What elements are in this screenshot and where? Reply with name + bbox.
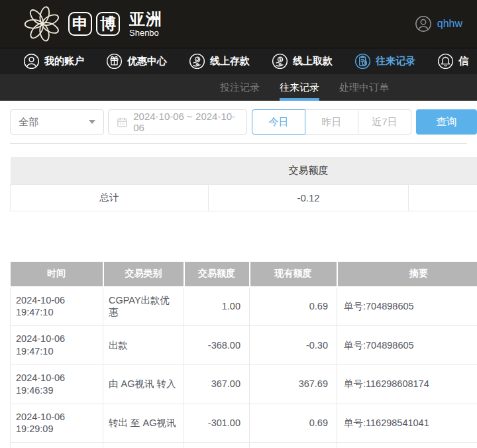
nav-label: 我的账户 — [44, 55, 84, 68]
summary-header-empty2 — [409, 157, 477, 184]
time-cell: 2024-10-06 19:47:10 — [11, 287, 103, 326]
svg-text:$: $ — [279, 57, 282, 62]
logo-region-text: 亚洲 — [129, 11, 162, 27]
nav-label: 信 — [458, 55, 468, 68]
user-avatar-icon — [415, 15, 432, 32]
summary-total-label: 总计 — [11, 184, 209, 211]
time-cell: 2024-10-06 19:28:44 — [11, 443, 103, 448]
records-icon — [354, 53, 371, 70]
nav-label: 往来记录 — [376, 55, 415, 68]
type-cell: 线上存款笔笔送优惠 — [103, 443, 184, 448]
summary-cell: 单号:116298541041 — [337, 404, 477, 443]
logo-characters: 申 博 — [68, 12, 120, 36]
amount-cell: 1.50 — [184, 443, 250, 448]
nav-label: 线上存款 — [210, 55, 250, 68]
withdraw-icon: $ — [272, 53, 288, 70]
col-amount: 交易额度 — [184, 262, 250, 287]
gift-icon — [106, 53, 123, 70]
username[interactable]: qhhw — [437, 18, 462, 30]
type-cell: 转出 至 AG视讯 — [103, 404, 184, 443]
filter-row: 全部 2024-10-06 ~ 2024-10-06 今日 昨日 近7日 查询 — [0, 101, 477, 135]
time-cell: 2024-10-06 19:29:09 — [11, 404, 103, 443]
balance-cell: -0.30 — [250, 326, 337, 365]
last7days-button[interactable]: 近7日 — [358, 109, 411, 135]
amount-cell: -301.00 — [184, 404, 250, 443]
table-row: 2024-10-06 19:29:09转出 至 AG视讯-301.000.69单… — [11, 404, 477, 443]
balance-cell: 301.69 — [250, 443, 337, 448]
table-row: 2024-10-06 19:47:10出款-368.00-0.30单号:7048… — [11, 326, 477, 365]
chevron-down-icon — [89, 120, 95, 124]
col-balance: 现有额度 — [250, 262, 337, 287]
transactions-header-row: 时间 交易类别 交易额度 现有额度 摘要 — [11, 262, 477, 287]
top-header: 申 博 亚洲 Shenbo qhhw — [0, 0, 477, 48]
flower-logo-icon — [23, 5, 62, 43]
tab-transaction-records[interactable]: 往来记录 — [280, 74, 319, 101]
summary-cell: 单号:704898605 — [337, 326, 477, 365]
yesterday-button[interactable]: 昨日 — [305, 109, 358, 135]
balance-cell: 0.69 — [250, 287, 337, 326]
tab-bet-records[interactable]: 投注记录 — [220, 74, 260, 101]
nav-item-withdraw[interactable]: $ 线上取款 — [272, 53, 333, 70]
quick-date-button-group: 今日 昨日 近7日 — [252, 109, 411, 135]
type-cell: CGPAY出款优惠 — [103, 287, 184, 326]
bell-icon — [437, 53, 454, 70]
section-divider — [10, 143, 467, 144]
summary-total-row: 总计 -0.12 — [11, 184, 477, 211]
logo-region: 亚洲 Shenbo — [129, 11, 162, 37]
transaction-type-select[interactable]: 全部 — [10, 109, 104, 135]
tab-processing-orders[interactable]: 处理中订单 — [339, 74, 389, 101]
summary-table: 交易额度 总计 -0.12 — [10, 157, 477, 211]
summary-header-label: 交易额度 — [209, 157, 409, 184]
transactions-table: 时间 交易类别 交易额度 现有额度 摘要 2024-10-06 19:47:10… — [10, 262, 477, 448]
summary-total-value: -0.12 — [209, 184, 409, 211]
summary-cell: 单号:116298608174 — [337, 364, 477, 404]
nav-label: 线上取款 — [293, 55, 333, 68]
date-range-value: 2024-10-06 ~ 2024-10-06 — [133, 111, 238, 133]
amount-cell: 1.00 — [184, 287, 250, 326]
summary-cell: 单号:704898605 — [337, 287, 477, 326]
user-account-area[interactable]: qhhw — [415, 15, 462, 32]
nav-item-deposit[interactable]: 线上存款 — [189, 53, 250, 70]
logo-char-2: 博 — [96, 12, 120, 36]
balance-cell: 367.69 — [250, 364, 337, 404]
table-row: 2024-10-06 19:47:10CGPAY出款优惠1.000.69单号:7… — [11, 287, 477, 326]
time-cell: 2024-10-06 19:46:39 — [11, 364, 103, 404]
type-cell: 出款 — [103, 326, 184, 365]
type-select-value: 全部 — [19, 116, 38, 129]
nav-item-records[interactable]: 往来记录 — [354, 53, 415, 70]
summary-header-row: 交易额度 — [11, 157, 477, 184]
table-row: 2024-10-06 19:46:39由 AG视讯 转入367.00367.69… — [11, 364, 477, 404]
summary-total-empty — [409, 184, 477, 211]
nav-item-account[interactable]: 我的账户 — [23, 53, 84, 70]
calendar-icon — [117, 117, 128, 128]
summary-cell: 单号:202410073746649273 — [337, 443, 477, 448]
amount-cell: -368.00 — [184, 326, 250, 365]
col-time: 时间 — [11, 262, 103, 287]
nav-item-promotions[interactable]: 优惠中心 — [106, 53, 167, 70]
summary-header-empty — [11, 157, 209, 184]
deposit-icon — [189, 53, 205, 70]
nav-item-messages[interactable]: 信 — [437, 53, 468, 70]
col-summary: 摘要 — [337, 262, 477, 287]
nav-label: 优惠中心 — [127, 55, 167, 68]
table-row: 2024-10-06 19:28:44线上存款笔笔送优惠1.50301.69单号… — [11, 443, 477, 448]
main-nav: 我的账户 优惠中心 线上存款 $ 线上取款 — [0, 48, 477, 74]
type-cell: 由 AG视讯 转入 — [103, 364, 184, 404]
transactions-body: 2024-10-06 19:47:10CGPAY出款优惠1.000.69单号:7… — [11, 287, 477, 448]
today-button[interactable]: 今日 — [252, 109, 305, 135]
time-cell: 2024-10-06 19:47:10 — [11, 326, 103, 365]
amount-cell: 367.00 — [184, 364, 250, 404]
record-tab-bar: 投注记录 往来记录 处理中订单 — [0, 74, 477, 101]
date-range-input[interactable]: 2024-10-06 ~ 2024-10-06 — [108, 109, 247, 135]
logo-subtitle: Shenbo — [129, 28, 162, 37]
balance-cell: 0.69 — [250, 404, 337, 443]
site-logo[interactable]: 申 博 亚洲 Shenbo — [23, 5, 162, 43]
logo-char-1: 申 — [68, 12, 92, 36]
search-button[interactable]: 查询 — [416, 109, 477, 135]
user-icon — [23, 53, 40, 70]
col-type: 交易类别 — [103, 262, 184, 287]
